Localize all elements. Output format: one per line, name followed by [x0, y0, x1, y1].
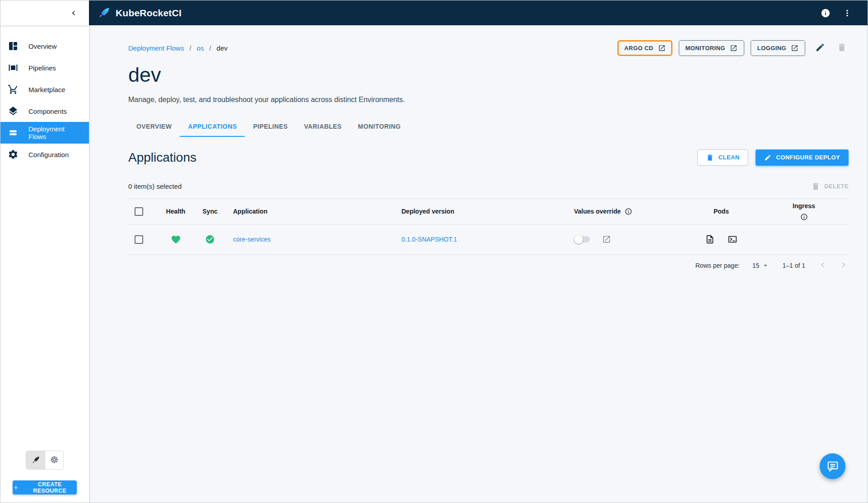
kubernetes-view-button[interactable]: ☸	[45, 451, 63, 469]
column-header-values-override: Values override	[574, 208, 621, 215]
breadcrumb-separator: /	[209, 44, 211, 52]
selected-count: 0 item(s) selected	[128, 182, 182, 190]
info-outline-icon[interactable]	[625, 208, 632, 215]
more-menu-button[interactable]	[842, 8, 852, 18]
kubernetes-icon: ☸	[50, 455, 59, 465]
page-title: dev	[128, 63, 849, 87]
logging-link-label: LOGGING	[757, 45, 786, 51]
values-override-open-icon[interactable]	[602, 235, 611, 244]
sidebar-item-label: Pipelines	[28, 64, 56, 72]
trash-icon	[706, 154, 714, 162]
topbar-actions	[821, 8, 852, 18]
breadcrumb-link-deployment-flows[interactable]: Deployment Flows	[128, 44, 184, 52]
tab-monitoring[interactable]: MONITORING	[350, 116, 409, 137]
breadcrumb: Deployment Flows / os / dev	[128, 44, 228, 52]
argocd-link-button[interactable]: ARGO CD	[617, 40, 672, 56]
trash-icon	[811, 182, 820, 191]
edit-environment-button[interactable]	[813, 41, 827, 56]
breadcrumb-link-os[interactable]: os	[197, 44, 204, 52]
next-page-button[interactable]	[839, 260, 849, 271]
sidebar-item-label: Overview	[28, 42, 57, 50]
sidebar-item-overview[interactable]: Overview	[0, 35, 89, 57]
sidebar-item-marketplace[interactable]: Marketplace	[0, 79, 89, 100]
topbar: KubeRocketCI	[89, 0, 868, 25]
trash-icon	[837, 42, 847, 52]
chevron-left-icon	[818, 260, 828, 270]
select-all-checkbox[interactable]	[135, 207, 143, 216]
logging-link-button[interactable]: LOGGING	[751, 40, 805, 56]
column-header-sync: Sync	[194, 208, 226, 215]
rocket-view-button[interactable]	[26, 451, 45, 469]
flows-icon	[8, 127, 19, 138]
open-in-new-icon	[658, 44, 666, 52]
column-header-pods: Pods	[681, 208, 762, 215]
table-row: core-services 0.1.0-SNAPSHOT.1	[128, 225, 849, 255]
info-outline-icon[interactable]	[800, 213, 808, 221]
sidebar-collapse-button[interactable]	[67, 7, 80, 19]
pod-terminal-icon[interactable]	[728, 234, 737, 244]
column-header-ingress: Ingress	[793, 202, 815, 210]
pod-logs-icon[interactable]	[705, 234, 715, 244]
sidebar-item-deployment-flows[interactable]: Deployment Flows	[0, 122, 89, 144]
monitoring-link-label: MONITORING	[686, 45, 725, 51]
argocd-link-label: ARGO CD	[624, 45, 653, 51]
sidebar-item-components[interactable]: Components	[0, 100, 89, 122]
cart-icon	[8, 84, 19, 95]
monitoring-link-button[interactable]: MONITORING	[679, 40, 744, 56]
pagination: Rows per page: 15 1–1 of 1	[128, 260, 849, 271]
layers-icon	[8, 106, 19, 116]
tab-variables[interactable]: VARIABLES	[296, 116, 350, 137]
configure-deploy-button[interactable]: CONFIGURE DEPLOY	[756, 149, 849, 166]
chevron-right-icon	[839, 260, 849, 270]
values-override-toggle[interactable]	[574, 235, 590, 244]
table-header-row: Health Sync Application Deployed version…	[128, 198, 849, 225]
page-content: Deployment Flows / os / dev ARGO CD MONI…	[89, 25, 868, 503]
view-toggle-group: ☸	[26, 451, 64, 470]
create-resource-label: CREATE RESOURCE	[23, 481, 77, 494]
rows-per-page-select[interactable]: 15	[752, 261, 770, 270]
sidebar-item-configuration[interactable]: Configuration	[0, 144, 89, 165]
row-checkbox[interactable]	[135, 235, 143, 244]
main-area: KubeRocketCI Deployment Flows / os / dev	[89, 0, 868, 503]
breadcrumb-separator: /	[189, 44, 191, 52]
dropdown-caret-icon	[761, 261, 770, 270]
pencil-icon	[815, 42, 825, 52]
tab-applications[interactable]: APPLICATIONS	[180, 116, 245, 137]
toggle-knob	[574, 235, 583, 244]
pipelines-icon	[8, 62, 19, 73]
rocket-icon	[31, 455, 41, 465]
app-title: KubeRocketCI	[116, 8, 182, 19]
info-button[interactable]	[821, 8, 831, 18]
sidebar: Overview Pipelines Marketplace Component…	[0, 0, 89, 503]
brand[interactable]: KubeRocketCI	[97, 6, 182, 20]
clean-button[interactable]: CLEAN	[697, 149, 748, 166]
dashboard-icon	[8, 41, 19, 51]
deployed-version-link[interactable]: 0.1.0-SNAPSHOT.1	[401, 236, 457, 243]
column-header-application: Application	[226, 208, 394, 215]
configure-deploy-label: CONFIGURE DEPLOY	[776, 154, 840, 161]
breadcrumb-current: dev	[217, 44, 228, 52]
create-resource-button[interactable]: CREATE RESOURCE	[13, 480, 77, 494]
sidebar-nav: Overview Pipelines Marketplace Component…	[0, 25, 89, 165]
delete-environment-button[interactable]	[835, 41, 849, 56]
application-link[interactable]: core-services	[233, 236, 271, 243]
sidebar-item-label: Deployment Flows	[28, 125, 82, 140]
sync-synced-icon	[205, 234, 215, 244]
health-healthy-icon	[171, 234, 181, 245]
tab-overview[interactable]: OVERVIEW	[128, 116, 180, 137]
chat-fab-button[interactable]	[820, 453, 845, 479]
chevron-left-icon	[69, 9, 78, 18]
sidebar-item-pipelines[interactable]: Pipelines	[0, 57, 89, 79]
tab-pipelines[interactable]: PIPELINES	[245, 116, 296, 137]
sidebar-bottom: ☸ CREATE RESOURCE	[0, 451, 89, 503]
previous-page-button[interactable]	[818, 260, 828, 271]
gear-icon	[8, 149, 19, 160]
applications-actions: CLEAN CONFIGURE DEPLOY	[697, 149, 849, 166]
info-icon	[821, 8, 831, 18]
delete-selected-button[interactable]: DELETE	[811, 182, 849, 191]
page-description: Manage, deploy, test, and troubleshoot y…	[128, 96, 849, 104]
sidebar-item-label: Configuration	[28, 151, 69, 158]
more-vert-icon	[842, 8, 852, 18]
pencil-icon	[764, 154, 771, 161]
sidebar-item-label: Marketplace	[28, 86, 65, 93]
